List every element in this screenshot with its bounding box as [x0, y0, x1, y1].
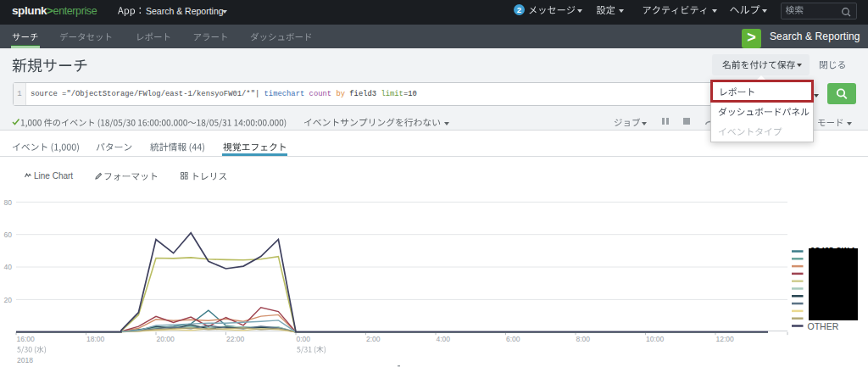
svg-text:10:00: 10:00 — [646, 335, 665, 343]
svg-text:16:00: 16:00 — [17, 335, 36, 343]
svg-text:2018: 2018 — [17, 356, 33, 364]
svg-text:6:00: 6:00 — [506, 335, 520, 343]
svg-text:20:00: 20:00 — [157, 335, 175, 343]
svg-text:60: 60 — [4, 231, 13, 239]
svg-text:2:00: 2:00 — [366, 335, 381, 343]
svg-text:4:00: 4:00 — [437, 335, 451, 343]
svg-text:40: 40 — [4, 263, 13, 271]
svg-text:80: 80 — [4, 198, 13, 207]
svg-text:OTHER: OTHER — [808, 321, 839, 331]
svg-text:20: 20 — [4, 296, 13, 304]
svg-text:22:00: 22:00 — [226, 335, 245, 343]
svg-text:8:00: 8:00 — [576, 335, 591, 343]
svg-text:0:00: 0:00 — [297, 335, 311, 343]
svg-text:12:00: 12:00 — [716, 335, 735, 343]
svg-text:18:00: 18:00 — [86, 335, 105, 343]
